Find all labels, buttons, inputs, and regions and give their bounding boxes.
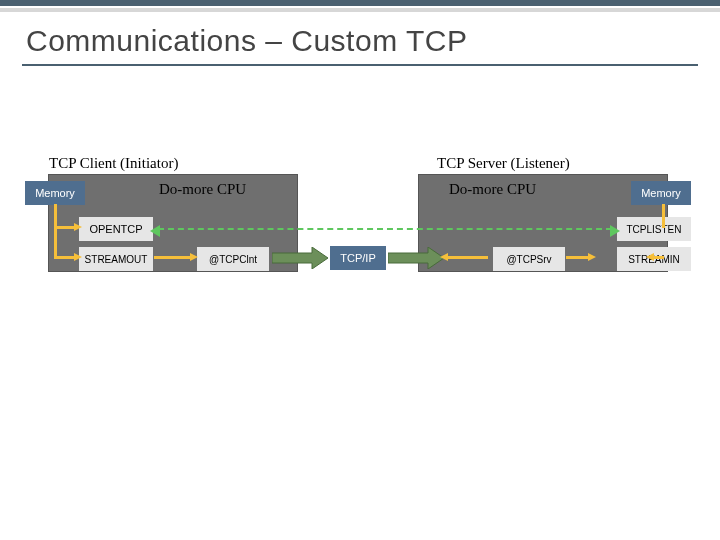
client-memory-node: Memory xyxy=(25,181,85,205)
arrow-client-mem-v2 xyxy=(54,226,57,258)
client-caption: TCP Client (Initiator) xyxy=(49,155,178,172)
client-opentcp-node: OPENTCP xyxy=(79,217,153,241)
client-opentcp-label: OPENTCP xyxy=(89,223,142,235)
server-tcpsrv-label: @TCPSrv xyxy=(506,254,551,265)
server-cpu-title: Do-more CPU xyxy=(449,181,536,198)
arrow-client-mem-v xyxy=(54,204,57,228)
client-tcpclnt-label: @TCPClnt xyxy=(209,254,257,265)
tcpip-label: TCP/IP xyxy=(340,252,375,264)
block-arrow-left xyxy=(272,247,328,269)
arrow-client-mem-h2 xyxy=(54,256,76,259)
diagram-canvas: TCP Client (Initiator) Do-more CPU Memor… xyxy=(0,66,720,536)
arrow-into-tcpsrv xyxy=(446,256,488,259)
svg-marker-1 xyxy=(388,247,444,269)
client-memory-label: Memory xyxy=(35,187,75,199)
server-memory-node: Memory xyxy=(631,181,691,205)
client-streamout-label: STREAMOUT xyxy=(85,254,148,265)
arrow-client-streamout-tcpclnt xyxy=(154,256,192,259)
server-tcplisten-label: TCPLISTEN xyxy=(626,224,681,235)
server-streamin-node: STREAMIN xyxy=(617,247,691,271)
server-caption: TCP Server (Listener) xyxy=(437,155,570,172)
client-cpu-title: Do-more CPU xyxy=(159,181,246,198)
client-streamout-node: STREAMOUT xyxy=(79,247,153,271)
block-arrow-right xyxy=(388,247,444,269)
arrow-server-tcpsrv-streamin xyxy=(566,256,590,259)
top-border xyxy=(0,0,720,6)
server-tcplisten-node: TCPLISTEN xyxy=(617,217,691,241)
server-tcpsrv-node: @TCPSrv xyxy=(493,247,565,271)
server-memory-label: Memory xyxy=(641,187,681,199)
svg-marker-0 xyxy=(272,247,328,269)
tcpip-node: TCP/IP xyxy=(330,246,386,270)
arrow-hidden xyxy=(652,256,664,259)
page-title: Communications – Custom TCP xyxy=(0,12,720,64)
dashed-link xyxy=(158,228,612,230)
client-tcpclnt-node: @TCPClnt xyxy=(197,247,269,271)
slide: Communications – Custom TCP TCP Client (… xyxy=(0,0,720,540)
arrow-server-mem-v xyxy=(662,204,665,228)
arrow-client-mem-h xyxy=(54,226,76,229)
